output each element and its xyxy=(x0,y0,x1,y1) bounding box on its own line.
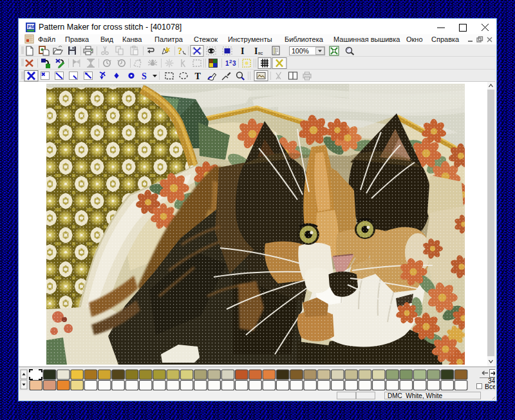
svg-text:I: I xyxy=(254,46,258,56)
svg-text:T: T xyxy=(195,72,201,81)
svg-text:ʀᴄ: ʀᴄ xyxy=(258,51,263,55)
svg-text:I: I xyxy=(241,46,244,56)
svg-text:100%: 100% xyxy=(292,47,309,55)
svg-text:S: S xyxy=(142,72,147,81)
svg-text:PM: PM xyxy=(28,24,35,29)
svg-text:3: 3 xyxy=(232,60,236,67)
svg-text:?: ? xyxy=(178,46,182,56)
svg-text:Все: Все xyxy=(485,383,495,390)
